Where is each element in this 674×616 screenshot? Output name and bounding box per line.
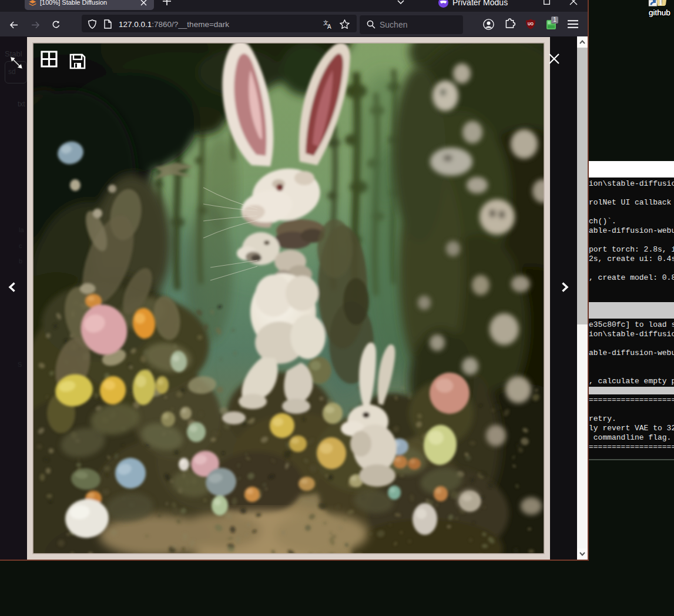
svg-text:UO: UO (528, 22, 534, 26)
svg-text:A: A (327, 24, 331, 29)
svg-text:github: github (649, 8, 670, 17)
